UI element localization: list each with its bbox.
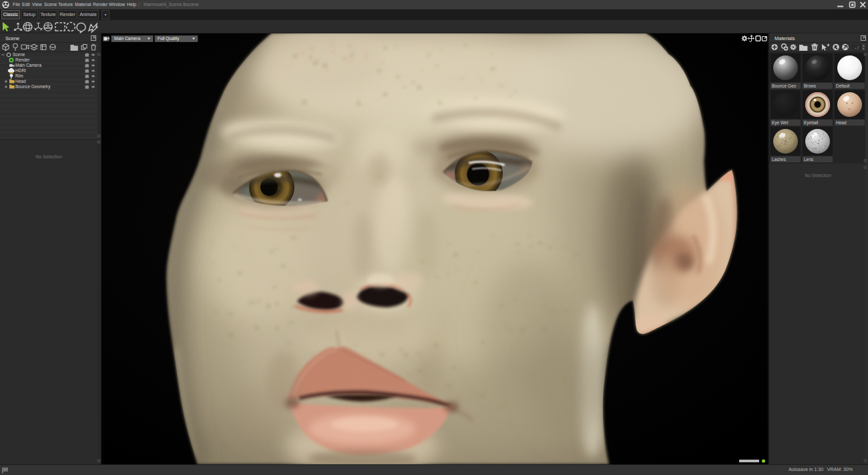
svg-text:Head: Head [15,79,26,84]
svg-text:Bounce Geo: Bounce Geo [772,84,797,88]
svg-text:Brows: Brows [804,84,817,88]
svg-text:HDRI: HDRI [15,68,26,73]
svg-text:Eyeball: Eyeball [804,120,819,126]
svg-text:Default: Default [836,84,850,88]
svg-text:Lashes: Lashes [772,157,787,162]
svg-text:Render: Render [15,57,30,62]
svg-text:Materials: Materials [775,35,795,41]
svg-text:Lens: Lens [804,157,814,162]
svg-text:Eye Wet: Eye Wet [772,120,789,126]
svg-text:Head: Head [836,120,847,125]
svg-text:- /: - / [855,45,859,50]
svg-text:No Selection: No Selection [805,173,831,178]
svg-text:Rim: Rim [15,73,23,78]
svg-text:Bounce Geometry: Bounce Geometry [15,84,51,90]
svg-text:Scene: Scene [5,35,19,41]
svg-text:Scene: Scene [13,52,25,57]
svg-text:Main Camera: Main Camera [15,63,41,67]
svg-text:No Selection: No Selection [35,154,62,159]
svg-text:Full Quality: Full Quality [158,36,180,41]
svg-text:Main Camera: Main Camera [114,36,140,41]
